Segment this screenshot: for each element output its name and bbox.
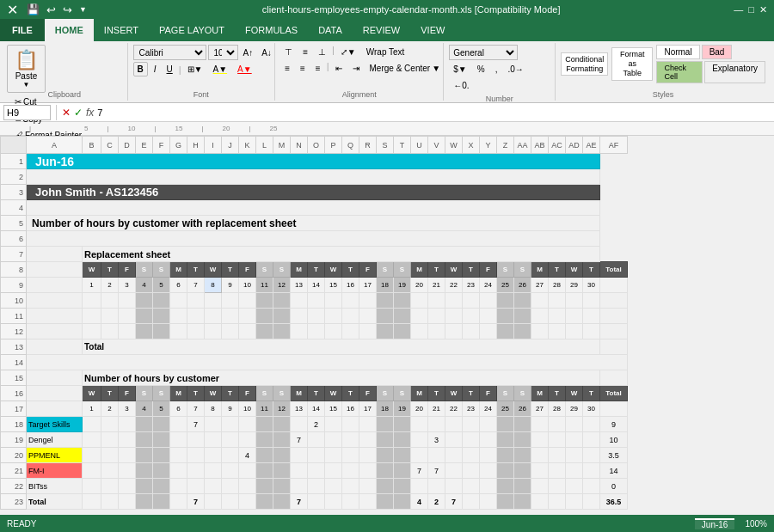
col-header-z[interactable]: Z xyxy=(497,137,514,154)
underline-btn[interactable]: U xyxy=(163,62,177,76)
col-header-q[interactable]: Q xyxy=(342,137,359,154)
undo-qat-btn[interactable]: ↩ xyxy=(45,2,58,18)
cell-jun16[interactable]: Jun-16 xyxy=(27,154,600,169)
format-as-table-btn[interactable]: Format as Table xyxy=(611,47,653,80)
font-size-select[interactable]: 10 xyxy=(208,45,238,60)
align-middle-btn[interactable]: ≡ xyxy=(298,45,312,59)
confirm-formula-icon[interactable]: ✓ xyxy=(74,107,83,119)
col-header-a[interactable]: A xyxy=(27,137,83,154)
col-header-p[interactable]: P xyxy=(325,137,342,154)
bold-btn[interactable]: B xyxy=(133,62,148,76)
col-header-f[interactable]: F xyxy=(153,137,170,154)
font-color-btn[interactable]: A▼ xyxy=(233,62,256,76)
cell-title[interactable]: Number of hours by customer with replace… xyxy=(27,216,600,231)
sheet-tab[interactable]: Jun-16 xyxy=(695,518,735,529)
col-header-m[interactable]: M xyxy=(273,137,291,154)
align-center-btn[interactable]: ≡ xyxy=(296,61,310,76)
currency-btn[interactable]: $▼ xyxy=(449,62,470,76)
col-header-x[interactable]: X xyxy=(463,137,480,154)
style-check-box[interactable]: Check Cell xyxy=(656,61,703,83)
col-header-e[interactable]: E xyxy=(136,137,153,154)
col-header-h[interactable]: H xyxy=(187,137,205,154)
tab-file[interactable]: FILE xyxy=(0,19,45,41)
col-header-c[interactable]: C xyxy=(101,137,119,154)
col-header-y[interactable]: Y xyxy=(480,137,497,154)
decrease-decimal-btn[interactable]: ←0. xyxy=(449,78,473,93)
font-family-select[interactable]: Calibri xyxy=(133,45,206,60)
col-header-n[interactable]: N xyxy=(291,137,308,154)
col-header-w[interactable]: W xyxy=(445,137,463,154)
redo-qat-btn[interactable]: ↪ xyxy=(61,2,74,18)
col-header-u[interactable]: U xyxy=(411,137,428,154)
align-left-btn[interactable]: ≡ xyxy=(280,61,294,76)
cell-replacement-sheet[interactable]: Replacement sheet xyxy=(83,247,600,262)
rotate-text-btn[interactable]: ⤢▼ xyxy=(336,45,360,59)
cancel-formula-icon[interactable]: ✕ xyxy=(62,107,71,119)
indent-increase-btn[interactable]: ⇥ xyxy=(348,61,364,76)
col-header-ae[interactable]: AE xyxy=(583,137,600,154)
cell-target-skills[interactable]: Target Skills xyxy=(27,417,83,432)
paste-button[interactable]: 📋 Paste ▼ xyxy=(7,45,46,93)
col-header-ab[interactable]: AB xyxy=(531,137,549,154)
italic-btn[interactable]: I xyxy=(150,62,161,76)
col-header-i[interactable]: I xyxy=(205,137,222,154)
align-right-btn[interactable]: ≡ xyxy=(311,61,325,76)
merge-center-btn[interactable]: Merge & Center ▼ xyxy=(366,61,445,76)
customize-qat-btn[interactable]: ▼ xyxy=(77,3,89,15)
tab-review[interactable]: REVIEW xyxy=(353,19,410,41)
cell-replacement-total[interactable]: Total xyxy=(83,339,600,355)
cell-fmi[interactable]: FM-I xyxy=(27,463,83,479)
grid-wrapper[interactable]: A B C D E F G H I J K L M N O P Q xyxy=(0,136,774,515)
style-explanatory-box[interactable]: Explanatory xyxy=(704,61,765,83)
cell-ppmenl[interactable]: PPMENL xyxy=(27,448,83,463)
tab-formulas[interactable]: FORMULAS xyxy=(235,19,308,41)
col-header-t[interactable]: T xyxy=(394,137,411,154)
percent-btn[interactable]: % xyxy=(473,62,489,76)
alignment-group: ⊤ ≡ ⊥ | ⤢▼ Wrap Text ≡ ≡ ≡ | ⇤ ⇥ Merge &… xyxy=(277,43,444,101)
indent-decrease-btn[interactable]: ⇤ xyxy=(331,61,347,76)
cell-dengel[interactable]: Dengel xyxy=(27,432,83,448)
style-bad-box[interactable]: Bad xyxy=(702,45,733,59)
style-normal-box[interactable]: Normal xyxy=(656,45,699,59)
cell-bitss[interactable]: BITss xyxy=(27,479,83,494)
tab-data[interactable]: DATA xyxy=(308,19,353,41)
col-header-o[interactable]: O xyxy=(308,137,325,154)
col-header-ad[interactable]: AD xyxy=(566,137,583,154)
cell-grand-total[interactable]: Total xyxy=(27,494,83,510)
col-header-ac[interactable]: AC xyxy=(549,137,566,154)
increase-decimal-btn[interactable]: .0→ xyxy=(503,62,527,76)
col-header-r[interactable]: R xyxy=(359,137,377,154)
save-qat-btn[interactable]: 💾 xyxy=(25,2,41,17)
col-header-af[interactable]: AF xyxy=(600,137,628,154)
tab-insert[interactable]: INSERT xyxy=(94,19,149,41)
borders-btn[interactable]: ⊞▼ xyxy=(183,62,207,76)
align-top-btn[interactable]: ⊤ xyxy=(280,45,297,59)
col-header-v[interactable]: V xyxy=(428,137,445,154)
fill-color-btn[interactable]: A▼ xyxy=(209,62,232,76)
cell-name[interactable]: John Smith - AS123456 xyxy=(27,185,600,200)
col-header-k[interactable]: K xyxy=(239,137,256,154)
col-header-aa[interactable]: AA xyxy=(514,137,531,154)
align-bottom-btn[interactable]: ⊥ xyxy=(314,45,330,59)
decrease-font-btn[interactable]: A↓ xyxy=(258,46,275,59)
formula-input[interactable] xyxy=(97,107,771,118)
comma-btn[interactable]: , xyxy=(491,62,502,76)
col-header-s[interactable]: S xyxy=(377,137,394,154)
table-row: 5 Number of hours by customer with repla… xyxy=(1,216,628,231)
col-header-d[interactable]: D xyxy=(119,137,136,154)
conditional-formatting-btn[interactable]: Conditional Formatting xyxy=(561,52,608,76)
col-header-j[interactable]: J xyxy=(222,137,239,154)
name-box[interactable] xyxy=(3,105,51,120)
table-row: 1 Jun-16 xyxy=(1,154,628,169)
tab-view[interactable]: VIEW xyxy=(410,19,455,41)
number-format-select[interactable]: General xyxy=(449,45,518,60)
tab-page-layout[interactable]: PAGE LAYOUT xyxy=(149,19,235,41)
wrap-text-btn[interactable]: Wrap Text xyxy=(362,45,409,59)
col-header-g[interactable]: G xyxy=(170,137,187,154)
zoom-control[interactable]: 100% xyxy=(745,519,767,529)
tab-home[interactable]: HOME xyxy=(45,19,94,41)
increase-font-btn[interactable]: A↑ xyxy=(240,46,257,59)
col-header-b[interactable]: B xyxy=(83,137,101,154)
col-header-l[interactable]: L xyxy=(256,137,273,154)
cell-hours-by-customer[interactable]: Number of hours by customer xyxy=(83,370,600,386)
